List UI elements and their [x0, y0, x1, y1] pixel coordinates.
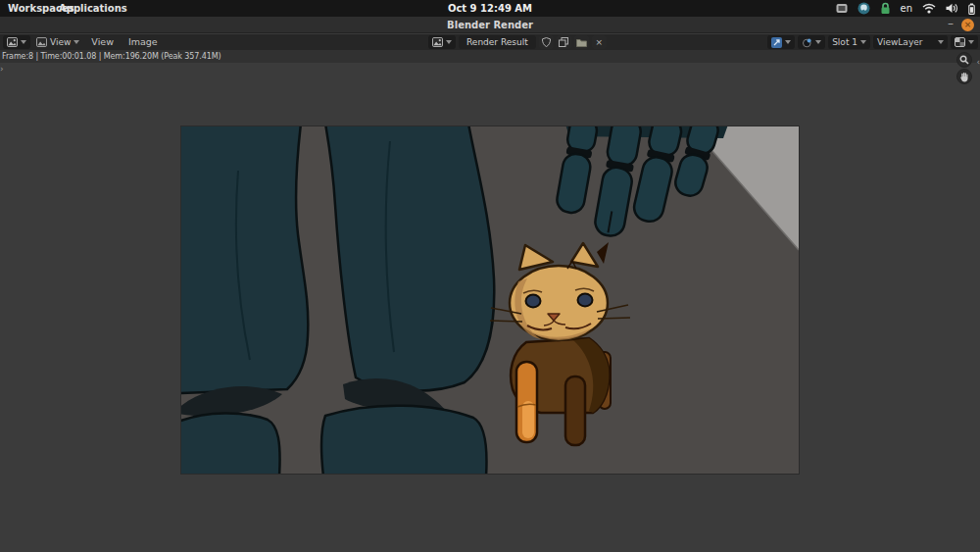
chevron-down-icon — [21, 40, 26, 44]
shield-icon — [542, 37, 551, 47]
minimize-button[interactable]: – — [945, 17, 956, 33]
open-image-button[interactable] — [574, 35, 589, 49]
desktop-panel: Workspaces Applications Oct 9 12:49 AM e… — [0, 0, 980, 17]
chevron-down-icon — [785, 40, 791, 44]
pan-tool-button[interactable] — [956, 69, 972, 84]
chevron-down-icon — [815, 40, 821, 44]
gizmo-arrow-icon — [771, 37, 782, 48]
applications-menu[interactable]: Applications — [51, 0, 135, 17]
display-channels-icon — [955, 37, 965, 47]
chevron-down-icon — [446, 40, 452, 44]
slot-select[interactable]: Slot 1 — [828, 35, 870, 49]
zoom-tool-button[interactable] — [956, 52, 972, 68]
open-folder-icon — [576, 38, 587, 47]
menu-image[interactable]: Image — [122, 34, 164, 50]
chevron-down-icon — [860, 40, 866, 44]
window-title: Blender Render — [447, 17, 533, 33]
new-image-icon — [559, 37, 568, 47]
keyboard-layout-indicator[interactable]: en — [901, 3, 913, 14]
window-titlebar[interactable]: Blender Render – × — [0, 17, 980, 33]
wifi-icon[interactable] — [922, 3, 936, 14]
lock-icon[interactable] — [880, 2, 891, 15]
hand-icon — [959, 72, 969, 82]
image-name-field[interactable]: Render Result — [459, 35, 536, 49]
system-tray: en — [836, 0, 976, 17]
region-toggle-right-icon[interactable]: ‹ — [976, 57, 980, 67]
slot-label: Slot 1 — [832, 37, 858, 47]
pivot-point-icon — [802, 37, 812, 48]
clock[interactable]: Oct 9 12:49 AM — [448, 0, 532, 17]
view-layer-select[interactable]: ViewLayer — [873, 35, 948, 49]
gizmos-dropdown[interactable] — [767, 35, 795, 49]
mode-label: View — [50, 37, 71, 47]
unlink-image-button[interactable]: × — [592, 35, 607, 49]
left-leg — [181, 126, 308, 393]
right-foot — [321, 406, 487, 474]
cat-right-eye — [578, 294, 593, 307]
image-editor-icon — [7, 37, 18, 47]
region-toggle-left-icon[interactable]: › — [0, 64, 4, 74]
image-datablock-icon — [432, 37, 443, 47]
chevron-down-icon — [74, 40, 79, 44]
cat-front-right-leg — [565, 376, 585, 445]
chevron-down-icon — [968, 40, 974, 44]
cat-left-eye — [526, 295, 541, 308]
volume-icon[interactable] — [946, 3, 958, 14]
render-result-image[interactable] — [181, 126, 799, 474]
left-foot — [181, 413, 280, 474]
image-editor-header: View View Image Render Result — [0, 34, 980, 50]
battery-icon[interactable] — [968, 3, 975, 15]
browse-image-button[interactable] — [428, 35, 456, 49]
view-layer-label: ViewLayer — [877, 37, 922, 47]
chat-icon[interactable] — [858, 2, 870, 15]
chevron-down-icon — [938, 40, 944, 44]
magnifier-icon — [959, 55, 969, 65]
editor-type-selector[interactable] — [3, 35, 30, 49]
display-channels-dropdown[interactable] — [951, 35, 978, 49]
new-image-button[interactable] — [557, 35, 571, 49]
screen: Workspaces Applications Oct 9 12:49 AM e… — [0, 0, 980, 552]
pivot-dropdown[interactable] — [798, 35, 825, 49]
render-status-line: Frame:8 | Time:00:01.08 | Mem:196.20M (P… — [0, 50, 980, 63]
menu-view[interactable]: View — [85, 34, 120, 50]
view-mode-icon — [36, 37, 47, 47]
tray-app-icon[interactable] — [836, 3, 848, 14]
mode-selector[interactable]: View — [33, 35, 82, 49]
close-button[interactable]: × — [961, 19, 974, 31]
fake-user-shield-button[interactable] — [539, 35, 554, 49]
right-leg — [325, 126, 494, 391]
